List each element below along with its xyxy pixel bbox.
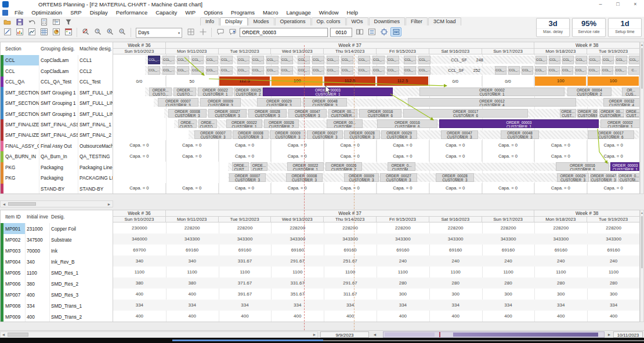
material-cell[interactable]: 400	[25, 311, 49, 322]
bottom-hscrollbar[interactable]: ◄ ►	[0, 331, 318, 338]
inventory-cell[interactable]: 228200	[219, 222, 272, 233]
gantt-block[interactable]: ORDER_00...CUSTOMER...	[328, 109, 357, 118]
fit-width-icon[interactable]	[378, 27, 389, 37]
material-cell[interactable]: 400	[25, 289, 49, 300]
machine-cell[interactable]: CCL	[3, 65, 39, 76]
menu-item-wip[interactable]: WIP	[181, 9, 200, 17]
machine-cell[interactable]: CopCladLam	[39, 65, 78, 76]
capacity-cell[interactable]: 112.5	[219, 76, 272, 86]
gantt-block[interactable]: CCL_...	[252, 66, 264, 75]
gantt-block[interactable]: ORDE...CUST...	[232, 162, 249, 171]
gantt-block[interactable]: ORDER_00047CUSTOMER_3	[288, 109, 327, 118]
inventory-cell[interactable]: 291.67	[271, 256, 324, 267]
inventory-cell[interactable]: 228200	[377, 222, 429, 233]
material-cell[interactable]: SMD_Res_1	[49, 267, 113, 278]
material-row[interactable]: MP004340Ink_Rev_B	[1, 256, 113, 268]
calendar-board-icon[interactable]	[63, 27, 74, 37]
gantt-block[interactable]: ORDER_00008CUSTOMER_3	[168, 109, 207, 118]
inventory-cell[interactable]: 228200	[166, 222, 219, 233]
machine-cell[interactable]: Packaging	[39, 162, 78, 173]
gantt-block[interactable]: ORDER_00002CUSTOMER_1	[600, 119, 640, 128]
inventory-cell[interactable]: 391.67	[219, 289, 272, 300]
inventory-cell[interactable]: 334	[377, 300, 429, 311]
material-cell[interactable]: Substrate	[49, 234, 113, 245]
gantt-block[interactable]: ORDER_00028CUSTOMER_3	[248, 109, 287, 118]
load-histogram-icon[interactable]	[14, 27, 25, 37]
gantt-block[interactable]: CCL_...	[237, 66, 249, 75]
gantt-block[interactable]: ORDER...CUSTO...	[173, 87, 196, 96]
machine-row[interactable]: PKGPackagingPackaging Line 1	[1, 162, 113, 173]
capacity-cell[interactable]: 100	[534, 76, 587, 86]
gantt-block[interactable]: CCL_...	[602, 66, 613, 75]
machine-row[interactable]: PKGPackagingPACKAGING LINE 2	[1, 173, 113, 184]
menu-item-programs[interactable]: Programs	[227, 9, 259, 17]
gantt-block[interactable]: CCL_...	[266, 56, 278, 64]
list-view-icon[interactable]	[366, 27, 377, 37]
machine-cell[interactable]: Packaging	[39, 173, 78, 183]
inventory-cell[interactable]: 400	[534, 311, 587, 322]
machine-cell[interactable]: PACKAGING LINE 2	[78, 173, 113, 183]
inventory-cell[interactable]: 400	[271, 311, 324, 322]
material-cell[interactable]: SMD_Trans_2	[49, 311, 113, 322]
menu-item-srp[interactable]: SRP	[66, 9, 86, 17]
menu-item-help[interactable]: Help	[343, 9, 363, 17]
scrollbar-thumb[interactable]	[641, 48, 643, 89]
collapse-rows-icon[interactable]	[390, 27, 401, 37]
gantt-block[interactable]: ORDER_00027CUSTOMER_3	[307, 130, 343, 139]
inventory-cell[interactable]: 69160	[587, 245, 640, 256]
machine-cell[interactable]: SMT Grouping 1	[39, 98, 78, 108]
capacity-cell[interactable]: Capa. = 0	[219, 151, 272, 161]
inventory-cell[interactable]: 334	[271, 300, 324, 311]
machine-cell[interactable]: SMT_SECTION_1	[3, 108, 39, 119]
gantt-block[interactable]: ORDER_00027CUSTOMER_3	[380, 173, 417, 182]
machine-cell[interactable]: QA_Burn_In	[39, 151, 78, 162]
inventory-cell[interactable]: 228200	[534, 222, 587, 233]
gantt-block[interactable]: ORDER_00029CUSTOMER_3	[381, 130, 417, 139]
material-cell[interactable]: Ink	[49, 245, 113, 256]
material-row[interactable]: MP00370000Ink	[1, 245, 113, 257]
inventory-cell[interactable]: 400	[166, 289, 219, 300]
gantt-block[interactable]: ORDER_00007CUSTOMER_3	[194, 130, 231, 139]
capacity-cell[interactable]: 0/0	[429, 76, 482, 86]
gantt-block[interactable]: CCL_...	[495, 66, 506, 75]
gantt-block[interactable]: ORDER_00...CUSTOMER...	[599, 109, 624, 118]
gantt-block[interactable]: ORDER_00047CUSTOMER_3	[441, 130, 478, 139]
inventory-cell[interactable]: 300	[482, 289, 535, 300]
gantt-block[interactable]: ORDER...CUSTO...	[149, 87, 172, 96]
scroll-right-icon[interactable]: ►	[106, 201, 113, 207]
undo-icon[interactable]	[26, 17, 37, 27]
gantt-block[interactable]: CCL_...	[191, 66, 204, 75]
gantt-block[interactable]: ORDER_00022CUSTOMER_1	[198, 87, 233, 96]
gantt-block[interactable]: ORDER_00032CUSTOMER_4	[603, 98, 640, 107]
gantt-block[interactable]: CCL_...	[206, 66, 218, 75]
inventory-cell[interactable]: 1100	[482, 267, 535, 278]
machine-cell[interactable]: SMT_SECTION_1	[3, 98, 39, 108]
machine-cell[interactable]: QA_TESTING	[78, 151, 113, 162]
capacity-cell[interactable]: Capa. = 0	[271, 183, 324, 194]
gantt-block[interactable]: CCL_...	[148, 56, 160, 64]
material-cell[interactable]: Copper Foil	[49, 223, 113, 234]
gantt-vscrollbar[interactable]: ▲	[640, 42, 644, 194]
inventory-cell[interactable]: 300	[587, 289, 640, 300]
machine-cell[interactable]: PKG	[3, 162, 39, 173]
gantt-block[interactable]: ORDER_00...CUSTOME...	[327, 119, 363, 128]
capacity-cell[interactable]: 0/0	[113, 76, 166, 86]
tab-operations[interactable]: Operations	[275, 17, 311, 25]
gantt-block[interactable]: CCL_...	[387, 66, 399, 75]
inventory-cell[interactable]: 400	[324, 311, 377, 322]
scroll-right-icon[interactable]: ►	[312, 332, 317, 337]
capacity-cell[interactable]: Capa. = 0	[587, 140, 640, 151]
scroll-left-icon[interactable]: ◄	[1, 332, 6, 337]
inventory-cell[interactable]: 334	[324, 300, 377, 311]
machine-gantt-icon[interactable]	[2, 27, 13, 37]
machine-cell[interactable]: SMT_FULL_LINE_2	[78, 98, 113, 108]
material-cell[interactable]: MP001	[3, 223, 25, 234]
capacity-cell[interactable]: Capa. = 0	[219, 183, 272, 194]
gantt-block[interactable]: ORDER_00047CUSTOMER_3	[590, 173, 617, 182]
gantt-block[interactable]: CCL_...	[404, 56, 416, 64]
capacity-cell[interactable]: Capa. = 0	[219, 140, 272, 151]
inventory-cell[interactable]: 1100	[219, 267, 272, 278]
inventory-cell[interactable]: 343300	[429, 233, 482, 245]
inventory-cell[interactable]: 69160	[377, 245, 429, 256]
machine-row[interactable]: CCLCopCladLamCCL1	[1, 55, 113, 66]
